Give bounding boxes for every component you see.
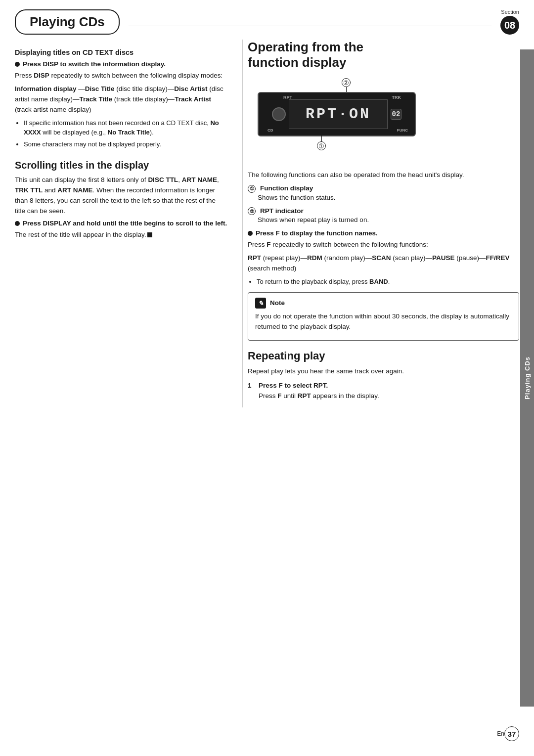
press-f-heading-text: Press F to display the function names.: [256, 229, 378, 237]
step-1-heading: Press F to select RPT.: [259, 382, 379, 389]
callout-2-above: ②: [342, 78, 351, 93]
footer-page-number: 37: [504, 726, 519, 741]
press-f-body2: RPT (repeat play)—RDM (random play)—SCAN…: [248, 253, 519, 274]
step-1: 1 Press F to select RPT. Press F until R…: [248, 382, 519, 404]
device-track-num: 02: [392, 110, 400, 118]
bullet-circle-2: [15, 221, 20, 226]
scroll-sub-heading-text: Press DISPLAY and hold until the title b…: [23, 220, 227, 227]
callout-1-below: ①: [317, 135, 326, 150]
scroll-body2: The rest of the title will appear in the…: [15, 230, 227, 240]
trk-label: TRK: [392, 95, 401, 100]
page-title: Playing CDs: [30, 14, 105, 30]
function-display-label: ① Function display: [248, 184, 519, 193]
ci-2: ②: [248, 207, 256, 215]
cd-label: CD: [267, 128, 273, 133]
scroll-sub-heading: Press DISPLAY and hold until the title b…: [15, 220, 227, 227]
device-knob-left: [272, 107, 286, 121]
page-wrapper: Playing CDs Section 08 Displaying titles…: [0, 0, 534, 756]
ci-1: ①: [248, 185, 256, 193]
sidebar-text: Playing CDs: [524, 356, 531, 400]
repeating-play-section: Repeating play Repeat play lets you hear…: [248, 350, 519, 404]
function-display-item: ① Function display Shows the function st…: [248, 184, 519, 203]
rpt-indicator-heading: RPT indicator: [260, 207, 304, 215]
disp-bullet-1: If specific information has not been rec…: [24, 118, 227, 137]
right-column: Operating from the function display ② RP…: [242, 40, 519, 407]
page-footer: En 37: [0, 721, 534, 746]
rpt-indicator-item: ② RPT indicator Shows when repeat play i…: [248, 207, 519, 225]
end-mark: [147, 232, 152, 237]
disp-body1: Press DISP repeatedly to switch between …: [15, 71, 227, 81]
note-icon: ✎: [255, 298, 266, 309]
step-1-content: Press F to select RPT. Press F until RPT…: [259, 382, 379, 404]
press-f-body1: Press F repeatedly to switch between the…: [248, 240, 519, 250]
section-label: Section: [501, 9, 519, 15]
callout-1-line: [321, 135, 322, 141]
func-label: FUNC: [397, 128, 408, 133]
device-image-container: ② RPT TRK CD FUNC RPT·ON 02: [258, 92, 416, 136]
section-info: Section 08: [500, 9, 519, 35]
function-display-text: Shows the function status.: [258, 193, 519, 203]
repeating-play-heading: Repeating play: [248, 350, 519, 362]
scrolling-body1: This unit can display the first 8 letter…: [15, 175, 227, 217]
device-image: RPT TRK CD FUNC RPT·ON 02: [258, 92, 416, 136]
note-label: Note: [270, 298, 285, 308]
disp-bullet-2: Some characters may not be displayed pro…: [24, 139, 227, 149]
step-1-body: Press F until RPT appears in the display…: [259, 391, 379, 401]
right-intro: The following functions can also be oper…: [248, 170, 519, 180]
displaying-titles-section: Displaying titles on CD TEXT discs Press…: [15, 48, 227, 149]
bullet-circle-1: [15, 62, 20, 67]
main-columns: Displaying titles on CD TEXT discs Press…: [0, 35, 534, 407]
rpt-indicator-text: Shows when repeat play is turned on.: [258, 215, 519, 225]
note-body: If you do not operate the function withi…: [255, 311, 512, 332]
major-title: Operating from the function display: [248, 40, 519, 70]
device-screen-text: RPT·ON: [306, 106, 371, 123]
function-display-heading: Function display: [260, 184, 313, 192]
page-sidebar: Playing CDs: [520, 49, 534, 707]
device-screen: RPT·ON: [289, 99, 388, 129]
callout-1-circle: ①: [317, 141, 326, 150]
note-box: ✎ Note If you do not operate the functio…: [248, 292, 519, 341]
disp-bullets: If specific information has not been rec…: [24, 118, 227, 149]
left-column: Displaying titles on CD TEXT discs Press…: [15, 40, 242, 407]
scrolling-titles-heading: Scrolling titles in the display: [15, 160, 227, 171]
disp-body2: Information display —Disc Title (disc ti…: [15, 84, 227, 115]
repeating-play-intro: Repeat play lets you hear the same track…: [248, 366, 519, 377]
callout-2-circle: ②: [342, 78, 351, 87]
major-title-line1: Operating from the: [248, 40, 363, 54]
top-header: Playing CDs Section 08: [0, 0, 534, 35]
press-f-bullet-1: To return to the playback display, press…: [257, 277, 519, 287]
major-title-line2: function display: [248, 55, 346, 70]
bullet-circle-3: [248, 231, 253, 236]
device-knob-right: 02: [391, 109, 401, 120]
disp-sub-heading-text: Press DISP to switch the information dis…: [23, 60, 166, 68]
disp-sub-heading: Press DISP to switch the information dis…: [15, 60, 227, 68]
title-badge: Playing CDs: [15, 9, 120, 35]
press-f-subheading: Press F to display the function names.: [248, 229, 519, 237]
scrolling-titles-section: Scrolling titles in the display This uni…: [15, 160, 227, 240]
footer-en-label: En: [497, 730, 504, 737]
displaying-titles-heading: Displaying titles on CD TEXT discs: [15, 48, 227, 56]
note-header: ✎ Note: [255, 298, 512, 309]
rpt-indicator-label: ② RPT indicator: [248, 207, 519, 216]
step-1-num: 1: [248, 382, 256, 404]
section-number: 08: [500, 16, 519, 35]
press-f-bullets: To return to the playback display, press…: [257, 277, 519, 287]
